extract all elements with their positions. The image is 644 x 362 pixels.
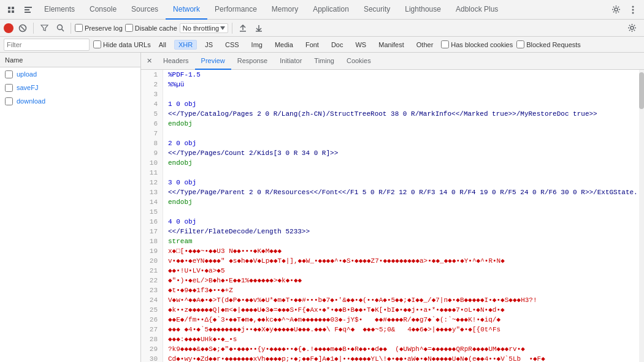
tab-sources[interactable]: Sources (124, 0, 166, 20)
filter-all-btn[interactable]: All (155, 40, 171, 50)
svg-rect-1 (12, 7, 14, 9)
filter-media-btn[interactable]: Media (270, 40, 297, 50)
request-item-savefj[interactable]: saveFJ (0, 81, 140, 94)
filter-doc-btn[interactable]: Doc (327, 40, 348, 50)
tab-network[interactable]: Network (166, 0, 207, 20)
throttle-label: No throttling (183, 25, 219, 32)
svg-point-9 (632, 9, 634, 10)
tab-security[interactable]: Security (356, 0, 397, 20)
filter-input[interactable] (4, 39, 90, 51)
tab-application[interactable]: Application (305, 0, 356, 20)
blocked-requests-label[interactable]: Blocked Requests (516, 40, 581, 48)
detail-panel: ✕ Headers Preview Response Initiator Tim… (141, 53, 644, 362)
svg-rect-5 (25, 9, 29, 10)
settings-icon[interactable] (607, 1, 624, 18)
main-tab-bar: Elements Console Sources Network Perform… (0, 0, 644, 20)
request-name-savefj: saveFJ (17, 84, 38, 91)
svg-rect-0 (8, 7, 10, 9)
record-button[interactable] (4, 23, 13, 33)
tab-preview[interactable]: Preview (195, 53, 231, 70)
filter-toolbar: Hide data URLs All XHR JS CSS Img Media … (0, 37, 644, 53)
code-preview-area[interactable]: 1234567891011121314151617181920212223242… (141, 70, 644, 362)
devtools-menu-icon[interactable] (2, 1, 20, 18)
line-numbers: 1234567891011121314151617181920212223242… (141, 70, 163, 362)
tab-initiator[interactable]: Initiator (274, 53, 308, 70)
svg-rect-2 (8, 10, 10, 13)
upload-checkbox[interactable] (5, 70, 13, 78)
request-list-panel: Name upload saveFJ download (0, 53, 141, 362)
svg-point-17 (631, 26, 634, 29)
filter-js-btn[interactable]: JS (201, 40, 217, 50)
tab-timing[interactable]: Timing (308, 53, 340, 70)
main-area: Name upload saveFJ download ✕ Headers Pr… (0, 53, 644, 362)
filter-xhr-btn[interactable]: XHR (174, 40, 197, 50)
detail-tab-bar: ✕ Headers Preview Response Initiator Tim… (141, 53, 644, 70)
svg-point-7 (615, 8, 618, 11)
request-name-download: download (17, 97, 45, 105)
tab-performance[interactable]: Performance (207, 0, 264, 20)
search-icon[interactable] (53, 21, 67, 35)
svg-point-8 (632, 6, 634, 7)
savefj-checkbox[interactable] (5, 84, 13, 92)
request-name-upload: upload (17, 70, 37, 78)
filter-font-btn[interactable]: Font (301, 40, 323, 50)
request-item-upload[interactable]: upload (0, 67, 140, 81)
preserve-log-checkbox[interactable] (75, 24, 83, 32)
close-detail-icon[interactable]: ✕ (144, 56, 155, 67)
hide-data-urls-label[interactable]: Hide data URLs (93, 40, 151, 48)
svg-rect-6 (25, 12, 31, 13)
filter-icon[interactable] (37, 21, 51, 35)
code-content: %PDF-1.5%%µü1 0 obj<</Type/Catalog/Pages… (163, 70, 639, 362)
vertical-scrollbar[interactable] (639, 70, 644, 362)
svg-rect-3 (12, 10, 14, 13)
tab-adblock[interactable]: Adblock Plus (448, 0, 505, 20)
tab-lighthouse[interactable]: Lighthouse (397, 0, 448, 20)
more-options-icon[interactable] (624, 1, 642, 18)
tab-headers[interactable]: Headers (157, 53, 195, 70)
disable-cache-label[interactable]: Disable cache (125, 24, 177, 32)
svg-point-10 (632, 12, 634, 13)
filter-img-btn[interactable]: Img (247, 40, 267, 50)
name-column-header: Name (5, 56, 23, 64)
filter-other-btn[interactable]: Other (412, 40, 438, 50)
hide-data-urls-checkbox[interactable] (93, 40, 101, 48)
tab-cookies[interactable]: Cookies (340, 53, 377, 70)
clear-button[interactable] (16, 21, 29, 35)
request-list-header: Name (0, 53, 140, 67)
filter-manifest-btn[interactable]: Manifest (374, 40, 408, 50)
blocked-cookies-checkbox[interactable] (441, 40, 449, 48)
network-toolbar: Preserve log Disable cache No throttling (0, 20, 644, 37)
blocked-requests-checkbox[interactable] (516, 40, 524, 48)
download-checkbox[interactable] (5, 97, 13, 105)
svg-point-13 (57, 25, 62, 30)
tab-elements[interactable]: Elements (37, 0, 82, 20)
filter-css-btn[interactable]: CSS (221, 40, 243, 50)
upload-icon[interactable] (236, 21, 250, 35)
scrollbar-thumb[interactable] (639, 72, 644, 109)
tab-response[interactable]: Response (231, 53, 274, 70)
download-icon[interactable] (252, 21, 266, 35)
blocked-cookies-label[interactable]: Has blocked cookies (441, 40, 513, 48)
svg-rect-4 (25, 7, 32, 8)
tab-memory[interactable]: Memory (264, 0, 305, 20)
network-settings-icon[interactable] (623, 20, 640, 37)
disable-cache-checkbox[interactable] (125, 24, 133, 32)
tab-console[interactable]: Console (82, 0, 124, 20)
throttle-dropdown[interactable]: No throttling (180, 23, 228, 33)
svg-line-14 (61, 29, 64, 32)
preserve-log-label[interactable]: Preserve log (75, 24, 123, 32)
filter-ws-btn[interactable]: WS (351, 40, 370, 50)
toggle-sidebar-icon[interactable] (20, 1, 37, 18)
svg-line-12 (21, 26, 25, 30)
request-item-download[interactable]: download (0, 94, 140, 108)
